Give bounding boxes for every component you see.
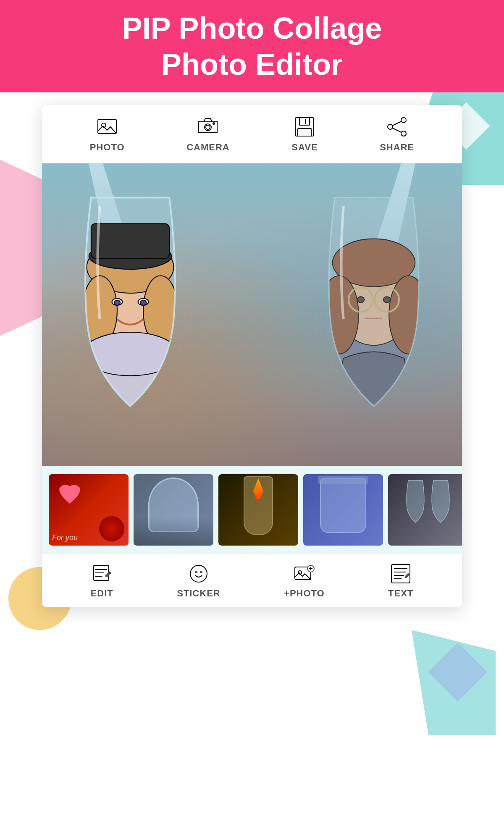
svg-point-3 bbox=[206, 125, 210, 129]
svg-rect-7 bbox=[298, 129, 311, 136]
save-icon bbox=[293, 115, 316, 139]
svg-point-42 bbox=[190, 565, 207, 582]
toolbar-save[interactable]: SAVE bbox=[291, 115, 318, 153]
camera-icon bbox=[196, 115, 220, 139]
top-toolbar: PHOTO CAMERA SAVE bbox=[42, 105, 462, 163]
svg-point-23 bbox=[114, 300, 120, 305]
svg-point-4 bbox=[213, 123, 215, 124]
svg-point-9 bbox=[401, 118, 406, 123]
templates-strip: For you bbox=[42, 466, 462, 554]
toolbar-share[interactable]: SHARE bbox=[380, 115, 414, 153]
svg-rect-20 bbox=[91, 223, 169, 258]
svg-point-43 bbox=[195, 571, 197, 573]
glass-left-svg bbox=[63, 180, 197, 432]
photo-area bbox=[42, 163, 462, 466]
bottom-toolbar: EDIT STICKER +PHOTO bbox=[42, 554, 462, 607]
template-bottle[interactable] bbox=[218, 474, 298, 546]
svg-point-44 bbox=[200, 571, 202, 573]
template-hearts[interactable]: For you bbox=[49, 474, 129, 546]
add-photo-icon bbox=[293, 563, 315, 585]
svg-line-12 bbox=[393, 121, 402, 126]
glass-left bbox=[63, 180, 197, 432]
bottom-sticker[interactable]: STICKER bbox=[177, 563, 220, 599]
toolbar-photo-label: PHOTO bbox=[90, 142, 125, 153]
svg-point-11 bbox=[388, 124, 393, 129]
app-title: PIP Photo Collage Photo Editor bbox=[122, 10, 382, 83]
sticker-icon bbox=[188, 563, 210, 585]
toolbar-save-label: SAVE bbox=[291, 142, 318, 153]
toolbar-camera-label: CAMERA bbox=[186, 142, 230, 153]
svg-point-25 bbox=[82, 332, 178, 375]
glass-right bbox=[307, 180, 441, 432]
toolbar-camera[interactable]: CAMERA bbox=[186, 115, 230, 153]
toolbar-share-label: SHARE bbox=[380, 142, 414, 153]
bottom-text[interactable]: TEXT bbox=[388, 563, 413, 599]
heart-svg bbox=[55, 480, 84, 508]
bottom-add-photo[interactable]: +PHOTO bbox=[284, 563, 325, 599]
toolbar-photo[interactable]: PHOTO bbox=[90, 115, 125, 153]
deco-blue-diamond bbox=[428, 642, 487, 701]
bottom-edit[interactable]: EDIT bbox=[91, 563, 113, 599]
template-jar[interactable] bbox=[303, 474, 383, 546]
main-card: PHOTO CAMERA SAVE bbox=[42, 105, 462, 607]
text-icon bbox=[390, 563, 412, 585]
jar-lid bbox=[318, 476, 368, 484]
share-icon bbox=[385, 115, 409, 139]
glass-right-svg bbox=[307, 180, 441, 432]
thumb-hearts-bg bbox=[99, 516, 124, 541]
bottom-text-label: TEXT bbox=[388, 588, 413, 599]
svg-rect-50 bbox=[391, 564, 410, 583]
bottom-sticker-label: STICKER bbox=[177, 588, 220, 599]
svg-line-13 bbox=[393, 128, 402, 132]
mini-glass-right bbox=[430, 478, 451, 529]
jar-shape bbox=[320, 478, 366, 533]
thumb-heart-icon bbox=[55, 480, 84, 509]
deco-teal-bottom-right bbox=[412, 630, 496, 735]
svg-point-24 bbox=[140, 300, 146, 305]
thumb-label-hearts: For you bbox=[52, 533, 78, 542]
edit-icon bbox=[91, 563, 113, 585]
glasses-pair bbox=[405, 478, 451, 529]
photo-icon bbox=[95, 115, 119, 139]
mini-glass-left bbox=[405, 478, 426, 529]
bottom-addphoto-label: +PHOTO bbox=[284, 588, 325, 599]
template-glasses[interactable] bbox=[388, 474, 462, 546]
svg-rect-0 bbox=[98, 119, 116, 134]
bottom-edit-label: EDIT bbox=[91, 588, 113, 599]
template-snowglobe[interactable] bbox=[134, 474, 213, 546]
app-header: PIP Photo Collage Photo Editor bbox=[0, 0, 504, 92]
svg-point-10 bbox=[401, 131, 406, 136]
svg-rect-6 bbox=[299, 118, 310, 125]
thumb-overlay-2 bbox=[134, 517, 213, 546]
